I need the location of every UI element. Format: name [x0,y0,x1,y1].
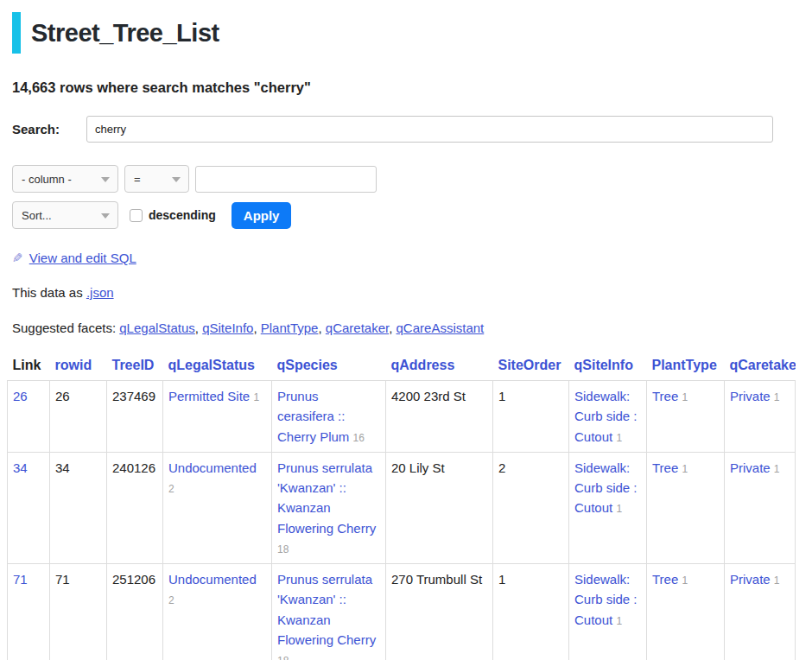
facet-count: 1 [682,574,688,587]
filter-value-input[interactable] [195,166,377,193]
descending-label: descending [149,208,216,222]
facet-value-link[interactable]: Private [730,389,771,403]
facet-count: 1 [774,574,780,587]
cell-address: 20 Lily St [386,452,493,563]
apply-button[interactable]: Apply [232,202,292,229]
header-siteorder[interactable]: SiteOrder [493,354,569,381]
cell-legal-status: Undocumented 2 [163,564,272,660]
cell-species: Prunus serrulata 'Kwanzan' :: Kwanzan Fl… [272,452,386,563]
cell-species: Prunus serrulata 'Kwanzan' :: Kwanzan Fl… [272,564,386,660]
cell-address: 270 Trumbull St [386,564,493,660]
cell-site-order: 1 [493,564,569,660]
table-body: 26 26 237469 Permitted Site 1 Prunus cer… [8,381,796,660]
facet-count: 1 [616,432,622,444]
facet-link[interactable]: qLegalStatus [119,320,195,335]
header-planttype[interactable]: PlantType [647,354,725,381]
results-table: Link rowid TreeID qLegalStatus qSpecies … [7,354,796,660]
facet-count: 18 [277,655,289,660]
facet-value-link[interactable]: Sidewalk: Curb side : Cutout [574,389,638,444]
export-row: This data as .json [12,285,800,300]
facet-value-link[interactable]: Sidewalk: Curb side : Cutout [574,460,638,516]
facet-value-link[interactable]: Permitted Site [168,389,250,403]
header-qlegalstatus[interactable]: qLegalStatus [163,354,272,381]
facet-value-link[interactable]: Undocumented [168,572,257,587]
search-input[interactable] [86,116,773,143]
facet-value-link[interactable]: Sidewalk: Curb side : Cutout [574,572,638,627]
filter-operator-value: = [134,173,141,186]
facet-value-link[interactable]: Undocumented [168,460,257,475]
cell-rowid: 34 [50,452,107,563]
cell-caretaker: Private 1 [725,381,796,453]
cell-site-info: Sidewalk: Curb side : Cutout 1 [569,564,647,660]
cell-link: 26 [8,381,50,453]
masthead: Street_Tree_List [12,12,800,54]
facet-value-link[interactable]: Tree [652,572,678,587]
row-link[interactable]: 71 [13,572,28,587]
facet-count: 1 [616,615,622,627]
facet-value-link[interactable]: Private [730,572,771,587]
facet-link[interactable]: PlantType [261,320,319,335]
cell-rowid: 26 [50,381,107,453]
header-rowid[interactable]: rowid [50,354,107,381]
header-qsiteinfo[interactable]: qSiteInfo [569,354,647,381]
header-treeid[interactable]: TreeID [107,354,163,381]
filter-column-value: - column - [22,173,72,186]
cell-site-order: 1 [493,381,569,453]
facet-count: 18 [277,543,289,555]
cell-treeid: 251206 [107,564,163,660]
facet-link[interactable]: qCaretaker [326,320,389,335]
facet-count: 1 [682,391,688,403]
cell-plant-type: Tree 1 [647,381,725,453]
facet-value-link[interactable]: Prunus serrulata 'Kwanzan' :: Kwanzan Fl… [277,572,376,647]
search-label: Search: [12,122,86,136]
filter-column-select[interactable]: - column - [12,165,118,193]
facet-value-link[interactable]: Private [730,460,771,475]
view-edit-sql-link[interactable]: View and edit SQL [29,251,136,265]
row-link[interactable]: 34 [13,460,28,475]
facets-row: Suggested facets: qLegalStatus, qSiteInf… [12,320,800,335]
facet-value-link[interactable]: Prunus serrulata 'Kwanzan' :: Kwanzan Fl… [277,460,376,536]
page-title: Street_Tree_List [31,19,219,48]
json-link[interactable]: .json [86,285,114,300]
table-row: 34 34 240126 Undocumented 2 Prunus serru… [8,452,796,563]
facet-count: 2 [168,483,174,495]
facet-value-link[interactable]: Prunus cerasifera :: Cherry Plum [277,389,349,444]
header-qaddress[interactable]: qAddress [386,354,493,381]
header-link: Link [8,354,50,381]
cell-site-info: Sidewalk: Curb side : Cutout 1 [569,452,647,563]
filter-operator-select[interactable]: = [124,165,189,193]
cell-link: 71 [8,564,50,660]
sort-select-value: Sort... [22,209,52,222]
cell-site-info: Sidewalk: Curb side : Cutout 1 [569,381,647,453]
facet-count: 1 [774,391,780,403]
cell-address: 4200 23rd St [386,381,493,453]
table-row: 26 26 237469 Permitted Site 1 Prunus cer… [8,381,796,453]
chevron-down-icon [101,177,110,182]
sort-row: Sort... descending Apply [12,201,800,229]
data-as-prefix: This data as [12,285,83,300]
header-qspecies[interactable]: qSpecies [272,354,386,381]
facet-count: 1 [774,463,780,475]
page: Street_Tree_List 14,663 rows where searc… [0,12,812,660]
cell-species: Prunus cerasifera :: Cherry Plum 16 [272,381,386,453]
row-link[interactable]: 26 [13,389,28,403]
facet-link[interactable]: qSiteInfo [202,320,253,335]
cell-link: 34 [8,452,50,563]
facet-link[interactable]: qCareAssistant [396,320,485,335]
chevron-down-icon [101,213,110,219]
table-header-row: Link rowid TreeID qLegalStatus qSpecies … [8,354,796,381]
row-count-summary: 14,663 rows where search matches "cherry… [12,79,800,96]
descending-checkbox[interactable] [130,209,143,222]
filter-row: - column - = [12,165,800,193]
header-qcaretaker[interactable]: qCaretaker [725,354,796,381]
facet-value-link[interactable]: Tree [652,389,678,403]
facet-count: 1 [253,391,259,403]
pencil-icon: ✎ [12,251,23,266]
facets-prefix: Suggested facets: [12,320,116,335]
facet-links: qLegalStatus, qSiteInfo, PlantType, qCar… [119,320,484,335]
sort-select[interactable]: Sort... [12,201,118,229]
facet-value-link[interactable]: Tree [652,460,678,475]
facet-count: 16 [353,432,365,444]
facet-count: 2 [168,594,174,606]
search-row: Search: [12,116,800,143]
